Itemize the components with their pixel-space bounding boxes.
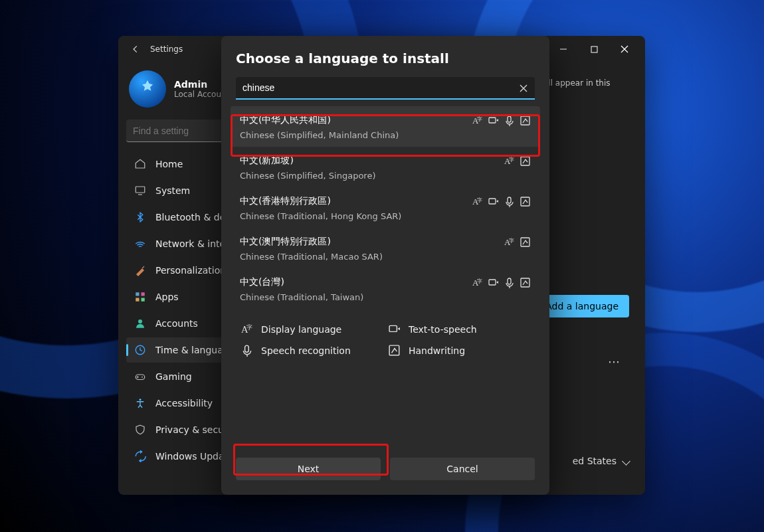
display-icon (504, 237, 515, 248)
svg-rect-1 (591, 46, 597, 52)
language-english: Chinese (Traditional, Taiwan) (240, 292, 531, 302)
accounts-icon (134, 317, 146, 329)
tts-icon (488, 197, 499, 207)
language-native: 中文(新加坡) (240, 155, 531, 167)
more-button[interactable]: ⋯ (608, 355, 621, 369)
minimize-button[interactable] (548, 39, 579, 60)
handwriting-icon (520, 278, 531, 288)
feature-legend: Display language Text-to-speech Speech r… (221, 309, 549, 363)
svg-rect-8 (136, 292, 139, 296)
personalization-icon (134, 264, 146, 276)
window-title: Settings (150, 44, 183, 54)
handwriting-icon (520, 237, 531, 248)
display-language-icon (241, 323, 253, 335)
home-icon (134, 158, 146, 170)
language-english: Chinese (Traditional, Hong Kong SAR) (240, 211, 531, 221)
language-item[interactable]: 中文(台灣)Chinese (Traditional, Taiwan) (231, 268, 540, 309)
tts-icon (488, 116, 499, 126)
svg-rect-9 (142, 292, 145, 296)
tts-icon (488, 278, 499, 288)
language-native: 中文(澳門特別行政區) (240, 236, 531, 248)
language-list: 中文(中华人民共和国)Chinese (Simplified, Mainland… (231, 106, 540, 309)
language-english: Chinese (Simplified, Mainland China) (240, 130, 531, 140)
display-icon (504, 156, 515, 167)
hint-text: ill appear in this (546, 78, 611, 88)
network-icon (134, 238, 146, 250)
sidebar-item-label: Personalization (155, 265, 226, 276)
clear-search-button[interactable] (518, 82, 529, 94)
svg-point-12 (138, 319, 142, 323)
svg-rect-11 (142, 298, 145, 302)
handwriting-icon (389, 345, 401, 357)
windowsupdate-icon (134, 450, 146, 462)
language-search-input[interactable] (236, 77, 535, 100)
svg-point-15 (142, 377, 143, 378)
svg-point-16 (140, 399, 142, 400)
maximize-button[interactable] (579, 39, 609, 60)
language-item[interactable]: 中文(新加坡)Chinese (Simplified, Singapore) (231, 147, 540, 187)
display-icon (472, 116, 483, 126)
language-item[interactable]: 中文(香港特別行政區)Chinese (Traditional, Hong Ko… (231, 187, 540, 228)
accessibility-icon (134, 397, 146, 409)
dialog-title: Choose a language to install (221, 50, 549, 77)
time-icon (134, 344, 146, 356)
sidebar-item-label: Apps (155, 292, 179, 302)
handwriting-icon (520, 156, 531, 167)
sidebar-item-label: Accounts (155, 318, 198, 329)
svg-rect-10 (136, 298, 139, 302)
avatar (129, 70, 166, 108)
apps-icon (134, 291, 146, 303)
speech-icon (504, 197, 515, 207)
text-to-speech-icon (389, 323, 401, 335)
chevron-down-icon (623, 456, 629, 466)
display-icon (472, 197, 483, 207)
language-dialog: Choose a language to install 中文(中华人民共和国)… (221, 36, 549, 495)
sidebar-item-label: System (155, 185, 190, 196)
sidebar-item-label: Accessibility (155, 398, 213, 408)
language-item[interactable]: 中文(澳門特別行政區)Chinese (Traditional, Macao S… (231, 228, 540, 268)
gaming-icon (134, 371, 146, 383)
privacy-icon (134, 424, 146, 436)
language-english: Chinese (Simplified, Singapore) (240, 171, 531, 181)
speech-recognition-icon (241, 345, 253, 357)
back-button[interactable] (128, 41, 143, 57)
speech-icon (504, 116, 515, 126)
speech-icon (504, 278, 515, 288)
system-icon (134, 185, 146, 197)
dropdown-value[interactable]: ed States (573, 456, 617, 466)
handwriting-icon (520, 197, 531, 207)
cancel-button[interactable]: Cancel (390, 458, 535, 480)
display-icon (472, 278, 483, 288)
svg-rect-6 (136, 187, 145, 193)
handwriting-icon (520, 116, 531, 126)
sidebar-item-label: Gaming (155, 371, 192, 382)
next-button[interactable]: Next (236, 458, 381, 480)
close-button[interactable] (609, 39, 640, 60)
sidebar-item-label: Home (155, 159, 183, 169)
language-english: Chinese (Traditional, Macao SAR) (240, 252, 531, 262)
bluetooth-icon (134, 211, 146, 223)
language-item[interactable]: 中文(中华人民共和国)Chinese (Simplified, Mainland… (231, 106, 540, 147)
